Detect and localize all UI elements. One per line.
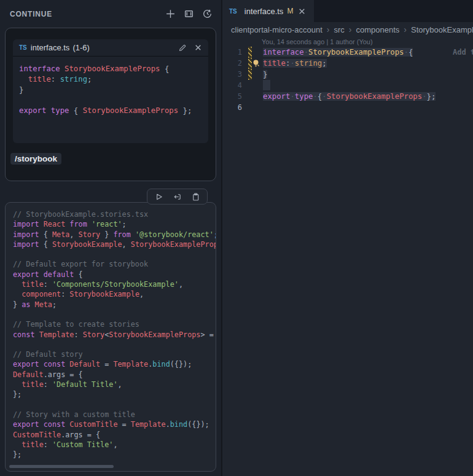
line-number: 3 [222,69,242,80]
editor-group: TS interface.ts M clientportal-micro-acc… [221,0,473,476]
selection-highlight [263,80,270,90]
code-line: component: StorybookExample, [13,289,216,299]
code-line: export default { [13,270,216,279]
code-block-toolbar [147,189,208,205]
editor-line: 4 [222,80,473,91]
line-number: 2 [222,58,242,69]
chevron-right-icon: › [404,25,407,34]
user-message-row: /storybook [10,153,216,165]
code-line: export const CustomTitle = Template.bind… [13,419,216,429]
breadcrumb-item[interactable]: StorybookExample [411,25,473,34]
edit-icon[interactable] [178,44,187,52]
inline-suggestion-text: Add t [453,47,473,58]
editor-line: 5export·type·{·StorybookExampleProps·}; [222,91,473,102]
attachment-actions [178,44,202,52]
code-attachment: TS interface.ts (1-6) interface Storyboo… [13,39,208,143]
code-line: }; [13,450,216,459]
line-number: 1 [222,47,242,58]
modified-badge: M [287,7,293,15]
chevron-right-icon: › [349,25,352,34]
line-number: 6 [222,102,242,113]
editor-lines: 1interface·StorybookExampleProps·{Add t2… [222,47,473,113]
selection-highlight: title:·string; [263,59,327,68]
code-line [13,340,216,349]
code-line: import { StorybookExample, StorybookExam… [13,240,216,249]
modified-line-gutter-marker [248,47,252,58]
chat-input-card[interactable]: TS interface.ts (1-6) interface Storyboo… [5,28,216,181]
code-line: Default.args = { [13,370,216,380]
code-line: interface StorybookExampleProps { [19,64,202,74]
lightbulb-icon[interactable] [252,59,260,68]
fullscreen-icon[interactable] [184,9,194,19]
panel-actions [165,9,213,19]
code-line [13,400,216,410]
generated-code: // StorybookExample.stories.tsximport Re… [6,203,216,459]
breadcrumb-item[interactable]: src [334,25,345,34]
run-icon[interactable] [154,192,163,201]
breadcrumb: clientportal-micro-account›src›component… [222,22,473,37]
code-line: } as Meta; [13,300,216,310]
code-line: import { Meta, Story } from '@storybook/… [13,230,216,240]
code-line: const Template: Story<StorybookExamplePr… [13,330,216,340]
code-line: title: 'Components/StorybookExample', [13,279,216,289]
code-line: export const Default = Template.bind({})… [13,359,216,369]
slash-command-chip: /storybook [10,153,61,165]
selection-highlight: interface·StorybookExampleProps·{ [263,48,413,57]
typescript-file-icon: TS [229,8,237,15]
code-line [13,310,216,319]
panel-title: CONTINUE [10,10,52,18]
editor-line: 3} [222,69,473,80]
attachment-line-range: (1-6) [72,43,89,52]
tab-bar: TS interface.ts M [222,0,473,22]
close-icon[interactable] [297,6,307,17]
code-line: }; [13,389,216,399]
editor-line: 6 [222,102,473,113]
insert-at-cursor-icon[interactable] [173,192,182,201]
code-line: title: 'Default Title', [13,380,216,389]
code-line: // Default export for storybook [13,259,216,269]
code-line: // StorybookExample.stories.tsx [13,209,216,219]
attached-code-snippet: interface StorybookExampleProps { title:… [13,57,208,143]
chevron-right-icon: › [327,25,330,34]
breadcrumb-item[interactable]: clientportal-micro-account [231,25,322,34]
copy-icon[interactable] [191,192,200,201]
code-attachment-header: TS interface.ts (1-6) [13,39,208,57]
typescript-file-icon: TS [19,44,27,51]
code-line: CustomTitle.args = { [13,430,216,440]
editor-line: 2title:·string; [222,58,473,69]
modified-line-gutter-marker [248,69,252,80]
line-number: 4 [222,80,242,91]
plus-icon[interactable] [165,9,176,19]
git-blame-annotation: You, 14 seconds ago | 1 author (You) [262,37,473,47]
selection-highlight: } [263,70,267,79]
code-line: // Story with a custom title [13,410,216,419]
code-line: import React from 'react'; [13,219,216,229]
code-line [13,249,216,259]
close-icon[interactable] [194,44,202,52]
response-code-block: // StorybookExample.stories.tsximport Re… [5,202,216,472]
horizontal-scrollbar[interactable] [9,465,114,468]
continue-panel: CONTINUE TS interface.ts (1-6) [0,0,221,476]
code-line: title: 'Custom Title', [13,440,216,450]
selection-highlight: export·type·{·StorybookExampleProps·}; [263,92,436,101]
tab-filename: interface.ts [244,7,284,16]
code-line: title: string; [19,74,202,85]
code-line: } [19,85,202,95]
code-line: export type { StorybookExampleProps }; [19,106,202,116]
code-line: // Template to create stories [13,319,216,329]
history-icon[interactable] [202,9,213,19]
breadcrumb-item[interactable]: components [356,25,400,34]
editor-line: 1interface·StorybookExampleProps·{Add t [222,47,473,58]
code-line [19,95,202,106]
tab-interface-ts[interactable]: TS interface.ts M [222,0,314,22]
code-line: // Default story [13,349,216,359]
panel-header: CONTINUE [0,0,221,28]
attachment-filename: interface.ts [31,43,70,52]
line-number: 5 [222,91,242,102]
vscode-window: CONTINUE TS interface.ts (1-6) [0,0,473,476]
editor-code-area[interactable]: You, 14 seconds ago | 1 author (You) 1in… [222,37,473,476]
